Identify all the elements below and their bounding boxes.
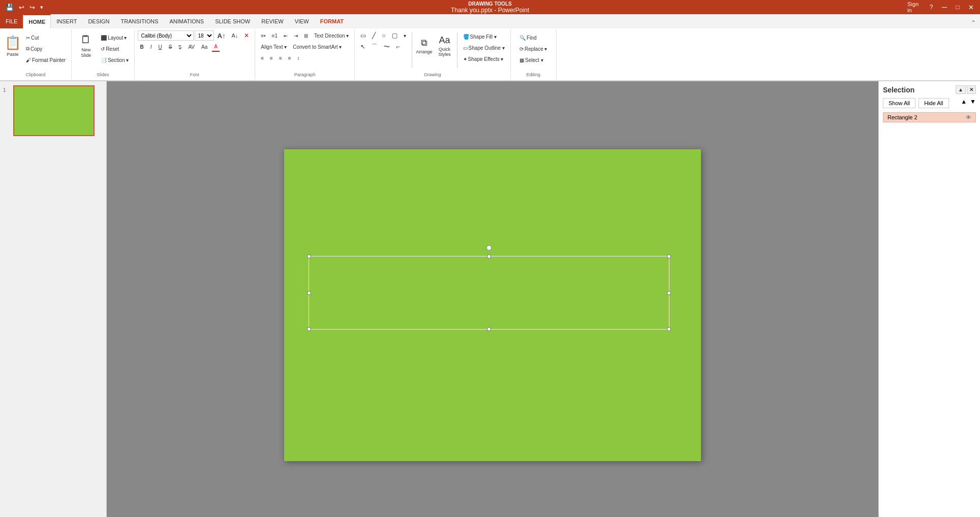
justify-button[interactable]: ≡ <box>286 53 294 63</box>
align-right-button[interactable]: ≡ <box>277 53 285 63</box>
replace-button[interactable]: ⟳ Replace ▾ <box>517 44 549 54</box>
shape-effects-button[interactable]: ✦ Shape Effects ▾ <box>461 54 507 64</box>
handle-top-right[interactable] <box>667 254 671 258</box>
columns-button[interactable]: ⊞ <box>301 30 311 41</box>
strikethrough-button[interactable]: S <box>166 42 175 52</box>
handle-bottom-right[interactable] <box>667 327 671 331</box>
align-text-button[interactable]: Align Text ▾ <box>258 42 289 52</box>
panel-sort-up[interactable]: ▲ <box>961 98 967 108</box>
shape-extra-icon[interactable]: ▾ <box>401 30 409 41</box>
quick-styles-label: QuickStyles <box>438 47 451 57</box>
new-slide-button[interactable]: 🗒 NewSlide <box>75 30 97 61</box>
ribbon-collapse-icon[interactable]: ⌃ <box>967 17 980 28</box>
bold-button[interactable]: B <box>138 42 146 52</box>
align-left-button[interactable]: ≡ <box>258 53 266 63</box>
shadow-button[interactable]: S̤ <box>176 42 184 52</box>
handle-bottom-left[interactable] <box>307 327 311 331</box>
rotation-handle[interactable] <box>486 245 492 250</box>
increase-indent-button[interactable]: ⇥ <box>291 30 300 41</box>
panel-collapse-button[interactable]: ▲ <box>956 85 966 94</box>
section-icon: 📑 <box>101 57 107 63</box>
selection-item-rectangle2[interactable]: Rectangle 2 👁 <box>883 112 976 122</box>
numbered-button[interactable]: ≡1 <box>269 30 280 41</box>
align-center-button[interactable]: ≡ <box>267 53 275 63</box>
char-spacing-button[interactable]: AV <box>186 42 197 52</box>
help-button[interactable]: ? <box>926 2 936 12</box>
panel-sort-down[interactable]: ▼ <box>970 98 976 108</box>
selected-shape[interactable] <box>309 256 669 330</box>
shape-free-icon[interactable]: 〜 <box>381 42 392 52</box>
select-button[interactable]: ▦ Select ▾ <box>517 55 549 65</box>
change-case-button[interactable]: Aa <box>199 42 210 52</box>
cut-button[interactable]: ✂ Cut <box>23 33 68 43</box>
shape-arrow-icon[interactable]: ↖ <box>358 42 368 52</box>
shape-rounded-icon[interactable]: ▢ <box>389 30 400 41</box>
underline-button[interactable]: U <box>156 42 165 52</box>
handle-middle-right[interactable] <box>667 291 671 295</box>
handle-middle-left[interactable] <box>307 291 311 295</box>
tab-format[interactable]: FORMAT <box>315 14 349 28</box>
shape-fill-button[interactable]: 🪣 Shape Fill ▾ <box>461 31 507 42</box>
arrange-button[interactable]: ⧉ Arrange <box>415 30 434 61</box>
handle-top-left[interactable] <box>307 254 311 258</box>
italic-button[interactable]: I <box>148 42 155 52</box>
show-all-button[interactable]: Show All <box>883 98 915 108</box>
clear-format-button[interactable]: ✕ <box>241 30 252 41</box>
shape-rect-icon[interactable]: ▭ <box>358 30 369 41</box>
find-button[interactable]: 🔍 Find <box>517 33 549 43</box>
tab-insert[interactable]: INSERT <box>51 14 82 28</box>
decrease-indent-button[interactable]: ⇤ <box>281 30 290 41</box>
save-icon[interactable]: 💾 <box>4 3 15 12</box>
shape-outline-icon: ▭ <box>463 45 468 51</box>
paste-label: Paste <box>7 52 18 57</box>
shape-curve-icon[interactable]: ⌒ <box>369 42 380 52</box>
font-color-button[interactable]: A <box>211 42 220 52</box>
tab-review[interactable]: REVIEW <box>256 14 289 28</box>
shape-connector-icon[interactable]: ⌐ <box>393 42 402 52</box>
tab-slideshow[interactable]: SLIDE SHOW <box>209 14 256 28</box>
panel-close-button[interactable]: ✕ <box>967 85 976 94</box>
quick-styles-button[interactable]: Aa QuickStyles <box>436 30 454 61</box>
text-direction-button[interactable]: Text Direction ▾ <box>312 30 351 41</box>
format-painter-button[interactable]: 🖌 Format Painter <box>23 55 68 65</box>
tab-animations[interactable]: ANIMATIONS <box>164 14 210 28</box>
slide-thumb-background <box>14 86 94 135</box>
tab-file[interactable]: FILE <box>0 14 23 28</box>
copy-button[interactable]: ⧉ Copy <box>23 44 68 54</box>
restore-button[interactable]: □ <box>953 2 963 12</box>
tab-view[interactable]: VIEW <box>289 14 315 28</box>
redo-icon[interactable]: ↪ <box>28 3 37 12</box>
slide-thumbnail[interactable] <box>13 85 95 136</box>
handle-top-center[interactable] <box>487 254 491 258</box>
tab-home[interactable]: HOME <box>23 14 51 28</box>
undo-icon[interactable]: ↩ <box>17 3 26 12</box>
font-size-select[interactable]: 18 <box>195 30 214 41</box>
bullets-button[interactable]: ≡• <box>258 30 268 41</box>
visibility-icon[interactable]: 👁 <box>966 114 971 120</box>
handle-bottom-center[interactable] <box>487 327 491 331</box>
font-name-select[interactable]: Calibri (Body) <box>138 30 194 41</box>
selection-panel-title: Selection ▲ ✕ <box>883 85 976 94</box>
select-icon: ▦ <box>519 57 524 63</box>
line-spacing-button[interactable]: ↕ <box>295 53 302 63</box>
close-button[interactable]: ✕ <box>966 2 976 12</box>
shrink-font-button[interactable]: A↓ <box>229 30 240 41</box>
find-icon: 🔍 <box>519 35 526 41</box>
shape-oval-icon[interactable]: ○ <box>379 30 388 41</box>
grow-font-button[interactable]: A↑ <box>215 30 228 41</box>
shape-outline-button[interactable]: ▭ Shape Outline ▾ <box>461 43 507 53</box>
layout-button[interactable]: ⬛ Layout ▾ <box>98 33 131 43</box>
paste-button[interactable]: 📋 Paste <box>3 30 22 61</box>
minimize-button[interactable]: ─ <box>939 2 950 12</box>
reset-button[interactable]: ↺ Reset <box>98 44 131 54</box>
shape-line-icon[interactable]: ╱ <box>370 30 378 41</box>
customize-icon[interactable]: ▾ <box>39 3 45 12</box>
section-button[interactable]: 📑 Section ▾ <box>98 55 131 65</box>
canvas-area[interactable] <box>107 81 878 517</box>
sign-in-button[interactable]: Sign in <box>908 2 918 12</box>
tab-transitions[interactable]: TRANSITIONS <box>115 14 164 28</box>
tab-design[interactable]: DESIGN <box>82 14 115 28</box>
slide-canvas[interactable] <box>284 149 701 461</box>
hide-all-button[interactable]: Hide All <box>918 98 948 108</box>
convert-smartart-button[interactable]: Convert to SmartArt ▾ <box>290 42 344 52</box>
